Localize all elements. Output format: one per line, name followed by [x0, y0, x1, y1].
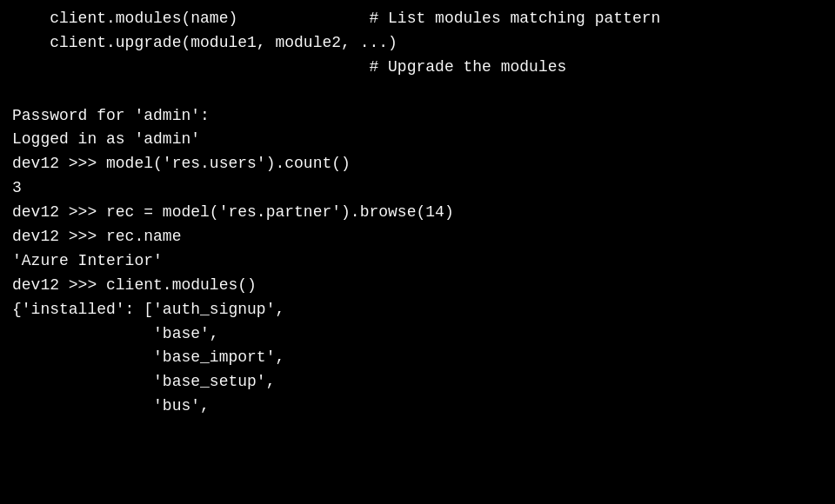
terminal-output: client.modules(name) # List modules matc…: [12, 7, 823, 419]
terminal-window: client.modules(name) # List modules matc…: [0, 0, 835, 504]
